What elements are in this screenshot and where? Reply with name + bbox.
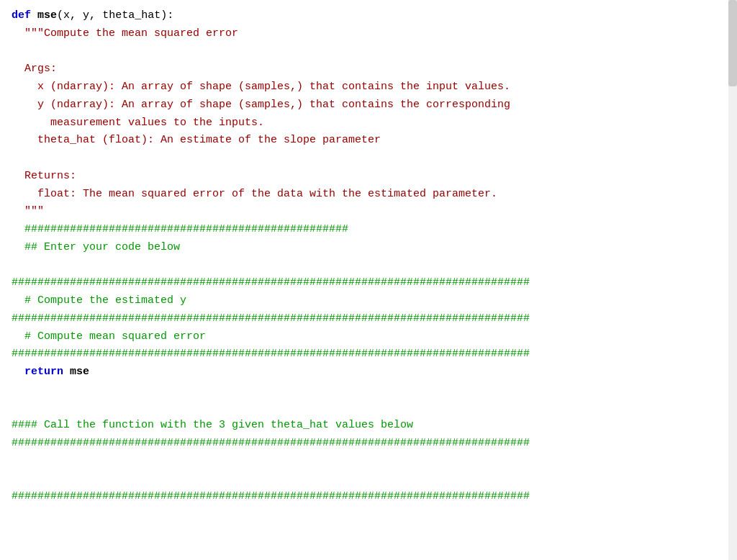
call-function-comment: #### Call the function with the 3 given … xyxy=(12,419,413,431)
docstring-measurement: measurement values to the inputs. xyxy=(12,117,264,129)
long-hash-4: ########################################… xyxy=(12,437,530,449)
return-keyword: return xyxy=(24,366,63,378)
paren-open: ( xyxy=(57,9,63,22)
paren-close: ): xyxy=(160,9,173,22)
compute-mse-comment: # Compute mean squared error xyxy=(12,330,206,343)
code-line-22 xyxy=(0,381,737,399)
code-line-2: """Compute the mean squared error xyxy=(0,25,737,43)
code-line-1: def mse(x, y, theta_hat): xyxy=(0,7,737,25)
scrollbar-thumb[interactable] xyxy=(728,0,737,86)
docstring-x: x (ndarray): An array of shape (samples,… xyxy=(12,81,510,93)
code-line-21: return mse xyxy=(0,363,737,381)
code-line-11: float: The mean squared error of the dat… xyxy=(0,186,737,204)
docstring-float: float: The mean squared error of the dat… xyxy=(12,188,497,200)
code-line-19: # Compute mean squared error xyxy=(0,328,737,346)
compute-y-comment: # Compute the estimated y xyxy=(12,294,186,307)
keyword-def: def xyxy=(12,9,31,22)
code-line-28: ########################################… xyxy=(0,488,737,506)
scrollbar-track[interactable] xyxy=(728,0,737,560)
code-line-26 xyxy=(0,453,737,471)
long-hash-2: ########################################… xyxy=(12,312,530,325)
code-line-3 xyxy=(0,43,737,61)
docstring-close: """ xyxy=(12,205,44,217)
docstring-open: """Compute the mean squared error xyxy=(12,27,238,40)
return-value: mse xyxy=(70,366,89,378)
code-line-4: Args: xyxy=(0,60,737,78)
code-editor: def mse(x, y, theta_hat): """Compute the… xyxy=(0,0,737,560)
code-line-6: y (ndarray): An array of shape (samples,… xyxy=(0,96,737,114)
comma1: , xyxy=(70,9,83,22)
code-line-13: ########################################… xyxy=(0,221,737,239)
code-line-7: measurement values to the inputs. xyxy=(0,114,737,132)
comma2: , xyxy=(89,9,102,22)
docstring-theta: theta_hat (float): An estimate of the sl… xyxy=(12,134,381,146)
code-line-17: # Compute the estimated y xyxy=(0,292,737,310)
docstring-returns: Returns: xyxy=(12,170,76,182)
code-line-16: ########################################… xyxy=(0,274,737,292)
code-line-24: #### Call the function with the 3 given … xyxy=(0,417,737,435)
long-hash-5: ########################################… xyxy=(12,490,530,502)
code-line-14: ## Enter your code below xyxy=(0,239,737,257)
param-x: x xyxy=(63,9,70,22)
param-theta: theta_hat xyxy=(102,9,160,22)
code-line-12: """ xyxy=(0,203,737,221)
code-line-10: Returns: xyxy=(0,168,737,186)
code-line-15 xyxy=(0,257,737,275)
docstring-y: y (ndarray): An array of shape (samples,… xyxy=(12,99,510,111)
code-line-5: x (ndarray): An array of shape (samples,… xyxy=(0,78,737,96)
code-line-20: ########################################… xyxy=(0,346,737,363)
code-line-8: theta_hat (float): An estimate of the sl… xyxy=(0,132,737,150)
code-line-18: ########################################… xyxy=(0,310,737,328)
code-line-25: ########################################… xyxy=(0,435,737,453)
hash-separator-1: ########################################… xyxy=(12,223,348,235)
code-line-23 xyxy=(0,399,737,417)
code-line-9 xyxy=(0,150,737,168)
docstring-args: Args: xyxy=(12,63,57,75)
long-hash-1: ########################################… xyxy=(12,276,530,289)
param-y: y xyxy=(83,9,89,22)
code-line-27 xyxy=(0,471,737,489)
enter-code-comment: ## Enter your code below xyxy=(12,241,180,253)
space xyxy=(31,9,37,22)
func-name: mse xyxy=(37,9,57,22)
long-hash-3: ########################################… xyxy=(12,348,530,360)
